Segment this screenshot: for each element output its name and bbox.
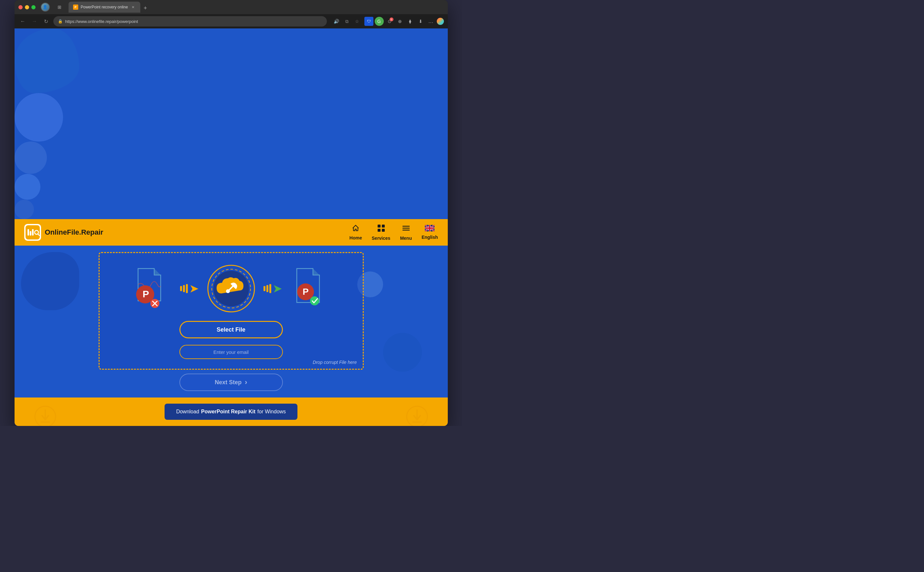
svg-rect-9	[382, 229, 385, 232]
active-tab[interactable]: P PowerPoint recovery online ✕	[68, 2, 140, 12]
svg-text:P: P	[303, 287, 309, 297]
main-content: P ➤	[14, 246, 448, 398]
drop-hint: Drop corrupt File here	[313, 360, 356, 365]
tab-close-button[interactable]: ✕	[131, 5, 136, 10]
badge: 5	[390, 17, 394, 21]
svg-point-25	[310, 296, 319, 305]
nav-services-label: Services	[372, 236, 390, 241]
email-input[interactable]	[179, 345, 283, 359]
url-bar[interactable]: 🔒 https://www.onlinefile.repair/powerpoi…	[53, 16, 327, 26]
nav-menu-label: Menu	[400, 236, 412, 241]
tab-favicon: P	[73, 5, 78, 10]
svg-point-22	[226, 289, 230, 293]
close-button[interactable]	[19, 5, 23, 9]
bg-blob-5	[14, 200, 34, 219]
forward-button[interactable]: →	[30, 17, 39, 26]
footer-bolt-right	[406, 405, 428, 426]
download-label-pre: Download	[176, 409, 199, 415]
refresh-button[interactable]: ↻	[42, 17, 51, 26]
sidebar-button[interactable]: ⊞	[55, 3, 64, 12]
split-view-button[interactable]: ⧉	[342, 17, 352, 26]
site-footer: Download PowerPoint Repair Kit for Windo…	[14, 398, 448, 426]
extensions-button[interactable]: ⧫	[406, 17, 415, 26]
services-icon	[377, 224, 385, 234]
bar-5	[266, 285, 268, 292]
nav-services[interactable]: Services	[372, 224, 390, 241]
svg-rect-8	[378, 229, 381, 232]
fixed-file-illustration: P	[289, 265, 331, 312]
browser-window: 👤 ⊞ P PowerPoint recovery online ✕ + ← →…	[14, 0, 448, 426]
download-label-post: for Windows	[257, 409, 286, 415]
bar-4	[263, 286, 265, 291]
arrow-1: ➤	[180, 282, 199, 295]
bg-blob-4	[14, 174, 40, 200]
arrow-right-2: ➤	[272, 282, 282, 295]
bar-3	[186, 284, 188, 293]
svg-rect-1	[28, 229, 29, 236]
nav-home-label: Home	[350, 235, 362, 241]
arrow-2: ➤	[263, 282, 282, 295]
footer-bolt-left	[34, 405, 57, 426]
illustration-row: P ➤	[109, 263, 353, 314]
site-header: OnlineFile.Repair Home	[14, 219, 448, 246]
download-windows-button[interactable]: Download PowerPoint Repair Kit for Windo…	[165, 404, 297, 420]
menu-icon	[402, 224, 410, 234]
tabs-container: P PowerPoint recovery online ✕ +	[68, 2, 444, 12]
title-bar: 👤 ⊞ P PowerPoint recovery online ✕ +	[14, 0, 448, 14]
maximize-button[interactable]	[31, 5, 36, 9]
bg-blob-1	[14, 28, 79, 93]
arrow-right-1: ➤	[189, 282, 199, 295]
download-button[interactable]: ⬇	[416, 17, 425, 26]
favorites-button[interactable]: ☆	[353, 17, 362, 26]
traffic-lights	[19, 5, 36, 9]
bar-1	[180, 286, 182, 291]
page-content: OnlineFile.Repair Home	[14, 28, 448, 426]
bitwarden-extension[interactable]: 🛡	[364, 17, 373, 26]
bg-blob-3	[14, 141, 47, 174]
bar-2	[183, 285, 185, 292]
tab-title: PowerPoint recovery online	[81, 5, 128, 9]
nav-language-label: English	[422, 235, 438, 240]
new-tab-button[interactable]: +	[141, 3, 150, 12]
svg-text:P: P	[143, 289, 149, 299]
read-aloud-button[interactable]: 🔊	[332, 17, 341, 26]
svg-rect-6	[378, 225, 381, 227]
address-bar: ← → ↻ 🔒 https://www.onlinefile.repair/po…	[14, 14, 448, 28]
download-label-bold: PowerPoint Repair Kit	[201, 409, 255, 415]
bg-blob-left	[21, 252, 79, 310]
next-step-button[interactable]: Next Step ›	[179, 373, 283, 391]
logo-icon	[24, 224, 41, 241]
bar-lines-2	[263, 284, 271, 293]
nav-language[interactable]: English	[422, 225, 438, 240]
bar-6	[269, 284, 271, 293]
cloud-repair-illustration	[205, 263, 257, 314]
lock-icon: 🔒	[58, 19, 63, 23]
bg-blob-2	[14, 93, 63, 141]
flag-icon	[425, 225, 434, 233]
extension-4[interactable]: ⊕	[395, 17, 404, 26]
svg-rect-2	[30, 231, 31, 236]
nav-menu[interactable]: Menu	[400, 224, 412, 241]
logo-text: OnlineFile.Repair	[45, 228, 103, 236]
select-file-button[interactable]: Select File	[179, 321, 283, 338]
extension-3[interactable]: ⊙ 5	[385, 17, 394, 26]
chevron-right-icon: ›	[245, 378, 247, 387]
svg-rect-3	[32, 229, 34, 236]
browser-toolbar-actions: 🛡 G ⊙ 5 ⊕ ⧫ ⬇ …	[364, 17, 444, 26]
more-button[interactable]: …	[426, 17, 436, 26]
broken-file-illustration: P	[132, 265, 174, 312]
avatar[interactable]: 👤	[41, 3, 50, 12]
back-button[interactable]: ←	[19, 17, 28, 26]
upload-dropzone[interactable]: P ➤	[99, 252, 364, 370]
next-step-label: Next Step	[215, 379, 241, 386]
svg-rect-7	[382, 225, 385, 227]
bar-lines-1	[180, 284, 188, 293]
profile-button[interactable]	[437, 18, 444, 25]
nav-home[interactable]: Home	[350, 224, 362, 241]
extension-2[interactable]: G	[375, 17, 384, 26]
select-file-label: Select File	[216, 326, 246, 333]
bg-blob-right	[383, 333, 422, 371]
url-actions: 🔊 ⧉ ☆	[332, 17, 362, 26]
navigation: Home Services	[350, 224, 438, 241]
minimize-button[interactable]	[25, 5, 29, 9]
